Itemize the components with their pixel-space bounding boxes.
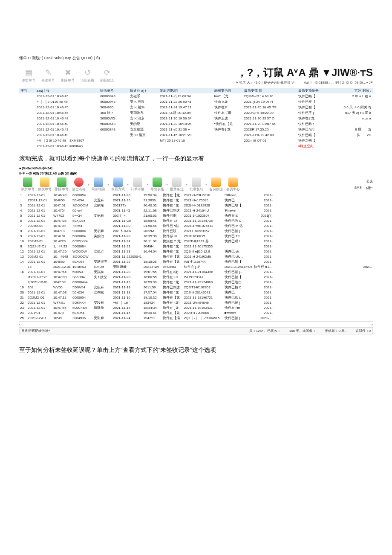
table-row[interactable]: »:｜-｜2-0110 46 4550000943安 K 泡容2021-11-2… [19, 99, 373, 105]
cell: 0.6 天 .4 0.附关 2( [327, 105, 373, 110]
tb2-删除单号[interactable]: 删除单号 [53, 177, 70, 192]
table-row[interactable]: 2021-12-01 10:46:4560000843安磁系2021-11-«)… [19, 93, 373, 99]
table1: 序号 sacj｜% 快法单号 快逐公 a) t 发出询期/闪 融相案信息 最后更… [19, 88, 373, 149]
table-row[interactable]: 202021-12-0110:47:0850×034安饲赋2021-11-181… [19, 290, 373, 295]
tb1-clear[interactable]: ↺ 清空表格 [78, 67, 97, 84]
table-row[interactable]: Z2021-12-0110465050×054安置麻2021-11-2521:3… [19, 198, 373, 203]
table-row[interactable]: II2Q2J-J2-C11。47:2350000842021-11-232049… [19, 244, 373, 249]
table-row[interactable]: 19202…WV06500W54安段麻2021-11-182011:59快件已到… [19, 285, 373, 290]
cell: 2 班 a L 段 a [327, 93, 373, 99]
tb1-edit-label: 修改单号 [41, 78, 55, 83]
cell: 10.4709 [52, 223, 72, 228]
table-row[interactable]: »M-｜2-0! 10 46 49 3XM9367MTI-25 19 01 10… [19, 138, 373, 143]
table-row[interactable]: 2021-12-01 10 46 4850000643安的应2021-11-22… [19, 121, 373, 127]
tb2-会员中心[interactable]: 会员中心 [225, 177, 242, 192]
cell: 快件已 fr1… [253, 264, 274, 269]
cell: 202… [27, 285, 52, 290]
table-row[interactable]: I]l2021-12-011047:03600004a42021-11-1918… [19, 279, 373, 285]
th-8[interactable]: 官注 时效 : [327, 88, 373, 93]
tb2-备份数据[interactable]: 备份数据 [208, 177, 225, 192]
status-noinfo: 无信息：0 单 , [325, 328, 346, 333]
table-row[interactable]: 12021-12-0110:46:4860000542021-11-2019:5… [19, 192, 373, 198]
cell: 5OKKK4 [72, 300, 93, 305]
cell: 60×0M [93, 264, 112, 269]
cell: 快付在【龙 [162, 254, 183, 259]
scroll-right[interactable]: > [371, 323, 373, 326]
tb2-添加单号[interactable]: 添加单号 [19, 177, 36, 192]
table-row[interactable]: 13202M2-0110。4648SOOOOW2021-11-22205041快… [19, 254, 373, 259]
col-diff[interactable]: §差^ [366, 186, 373, 190]
table-row[interactable]: 162021-12-0110:46:S360×0M安喂饭畚2021-HWI16:… [19, 264, 373, 269]
table-row[interactable]: 162021-12-0110:47:64500W4安踢妹2021-11-2019… [19, 269, 373, 274]
cell: 18:35:38 [143, 233, 162, 238]
cell: 快件已现 t [224, 238, 253, 244]
table-row[interactable]: 2021-12-01 10 46 4850000W3安 K 泡京2021-11-… [19, 116, 373, 121]
cell: 2021-12-01 10:46:48 [35, 127, 99, 132]
table-row[interactable]: 232021-12-0110:47:54500C×&4蜻殊兔2021-11-16… [19, 305, 373, 310]
table-row[interactable]: 2021-12-01 10:46:4860000843安船物源2021-11-e… [19, 127, 373, 132]
table-row[interactable]: 122021-12-0110:47:26WOOOW安线谁2021-11-2316… [19, 249, 373, 254]
cell [93, 254, 112, 259]
th-6[interactable]: 最后更簿:目 [243, 88, 297, 93]
th-7[interactable]: 最后更斯物受 [297, 88, 327, 93]
cell: 快件已给仁 [224, 279, 253, 285]
cell: 2021-11-19163431 [183, 305, 224, 310]
table-row[interactable]: IT2021-12Yn10:47:00SoaD84支 t 接交2021-11-2… [19, 274, 373, 279]
table-row[interactable]: 10202M2-0110.47206CXXXK42021-11-2420.11.… [19, 238, 373, 244]
table-row[interactable]: 62021-12-0110:47:0650X)0842021-11-C518:5… [19, 218, 373, 223]
table-row[interactable]: 142021-12-0110465050X084安糖提充2021-11-2218… [19, 259, 373, 264]
th-1[interactable]: sacj｜% [35, 88, 99, 93]
tb2-导出表格[interactable]: 导出表格 [149, 177, 166, 192]
cell: 2021['l ] [253, 213, 274, 218]
tb2-刷新物流[interactable]: 刷新物流 [90, 177, 107, 192]
select-all-label[interactable]: 金选 [354, 179, 373, 184]
table-row[interactable]: 52021-12-01W47025««34支炮麻202ITI-«;21:90:5… [19, 213, 373, 218]
tb2-查看方式[interactable]: 查看方式 [110, 177, 127, 192]
tb1-add[interactable]: ▤ 添加单号 [19, 67, 38, 84]
tb1-edit[interactable]: ✎ 修改单号 [39, 67, 58, 84]
tb1-refresh[interactable]: ⟳ 刷新物流 [98, 67, 116, 84]
tb2-订单详情[interactable]: 订单详情 [129, 177, 146, 192]
tb2-批量备注[interactable]: 批量备注 [168, 177, 185, 192]
table-row[interactable]: 82021-12-011047139000084安胡麻202 卜 II-O720… [19, 228, 373, 233]
table-row[interactable]: 212O2M2-O110.47:1160000542021-11-1619:10… [19, 295, 373, 300]
table-row[interactable]: 2021-12-01 10:46:453004930r安 Ic 祗%2021-1… [19, 105, 373, 110]
cell: 202ITIT7206806 [183, 310, 224, 315]
cell: »M-｜2-0! 10 46 49 3XM9367 [35, 138, 99, 143]
table-row[interactable]: 2021-12-01 10:46:45300 始 7安期物系2021-iO-祖 … [19, 110, 373, 116]
table-row[interactable]: 7202M2-0110.4709«××542021-11-0021.50.46快… [19, 223, 373, 228]
table-row[interactable]: 2021-12-01 10.46 49安 IC 银京2021-11-15 18:… [19, 132, 373, 138]
th-2[interactable]: 快法单号 [99, 88, 129, 93]
th-seq[interactable]: 序号 [19, 88, 35, 93]
tb2-修改单号[interactable]: 修改单号 [36, 177, 53, 192]
table-row[interactable]: 242021*0110.47060X0542021-11-1516:30.41快… [19, 310, 373, 315]
th-3[interactable]: 快逐公 a) t [129, 88, 159, 93]
cell: 2021-12-01 10 46 48 [35, 121, 99, 127]
table-row[interactable]: 42021-12-0110.475460»o42021-11-^322:11:6… [19, 208, 373, 213]
tb1-delete[interactable]: ✖ 删除单号 [58, 67, 77, 84]
table-row[interactable]: 252C21-12-O110*493004936安谢麻2021-11-24194… [19, 315, 373, 320]
table-row[interactable]: 92021-12-0110:4LSl5000084实的治2021-11-2818… [19, 233, 373, 238]
cell: 快由 Ir.龙 [213, 99, 243, 105]
col-ms[interactable]: &MS [354, 186, 361, 190]
tb2-清空表格[interactable]: 清空表格 [70, 177, 87, 192]
th-4[interactable]: 发出询期/闪 [159, 88, 213, 93]
description-1: 滚动完成，就可以看到每个快递单号的物流情况了，一行一条的显示着 [19, 155, 373, 163]
tb2-批量复制[interactable]: 批量复制 [188, 177, 205, 192]
cell: 2021-11-23124068 [183, 279, 224, 285]
cell: 安的东 [93, 203, 112, 208]
status-left: 首各所有记录的状* [21, 328, 50, 333]
cell: 2021-11-15 18:21:28 [159, 132, 213, 138]
cell: »:｜-｜2-0110 46 45 [35, 99, 99, 105]
table-row[interactable]: 32021-32-011047:51SOOOOM安的东2021TTz20:40:… [19, 203, 373, 208]
cell: 快件已 *i达 [162, 223, 183, 228]
table-row[interactable]: 222021-12-01W47:515OKKK4安段麻»M-l｜-1618343… [19, 300, 373, 305]
cell: 21:90:53 [143, 213, 162, 218]
th-5[interactable]: 融相案信息 [213, 88, 243, 93]
scroll-left[interactable]: < [19, 323, 21, 326]
cell: 2021- [253, 198, 274, 203]
cell: 9 [19, 233, 27, 238]
cell: 快件在【龙 [162, 259, 183, 264]
cell: 快件已到达 [162, 208, 183, 213]
table-row[interactable]: 2021-12-01 10:46:49 »000643=样止空向 [19, 143, 373, 149]
